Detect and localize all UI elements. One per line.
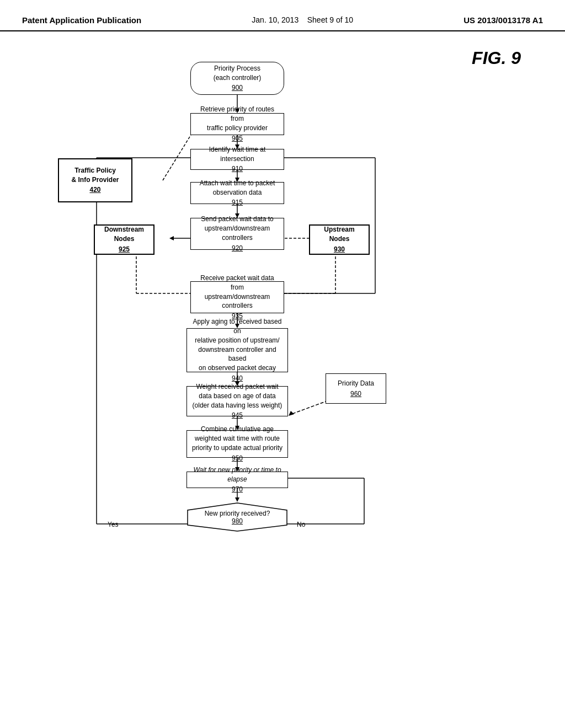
downstream-nodes-box: Downstream Nodes 925 (94, 224, 154, 255)
step-970-box: Wait for new priority or time to elapse … (186, 472, 288, 488)
priority-process-box: Priority Process (each controller) 900 (190, 62, 284, 95)
yes-label: Yes (108, 521, 119, 528)
step-935-box: Receive packet wait data from upstream/d… (190, 281, 284, 313)
publication-date: Jan. 10, 2013 Sheet 9 of 10 (252, 15, 353, 24)
publication-number: US 2013/0013178 A1 (463, 15, 543, 25)
no-label: No (297, 521, 305, 528)
step-940-box: Apply aging to received based on relativ… (186, 328, 288, 372)
step-905-box: Retrieve priority of routes from traffic… (190, 113, 284, 135)
step-945-box: Weight received packet wait data based o… (186, 386, 288, 416)
step-920-box: Send packet wait data to upstream/downst… (190, 218, 284, 250)
step-950-box: Combine cumulative age weighted wait tim… (186, 430, 288, 458)
diagram-area: FIG. 9 (0, 31, 565, 693)
priority-data-box: Priority Data 960 (326, 373, 386, 404)
upstream-nodes-box: Upstream Nodes 930 (309, 224, 370, 255)
page-header: Patent Application Publication Jan. 10, … (0, 0, 565, 31)
publication-title: Patent Application Publication (22, 15, 141, 25)
svg-marker-29 (235, 497, 239, 502)
step-980-decision: New priority received? 980 (186, 502, 288, 532)
traffic-policy-box: Traffic Policy & Info Provider 420 (58, 158, 132, 202)
figure-label: FIG. 9 (472, 48, 521, 68)
svg-marker-9 (169, 236, 174, 240)
step-910-box: Identify wait time at intersection 910 (190, 149, 284, 170)
svg-marker-25 (289, 411, 294, 416)
step-915-box: Attach wait time to packet observation d… (190, 182, 284, 204)
